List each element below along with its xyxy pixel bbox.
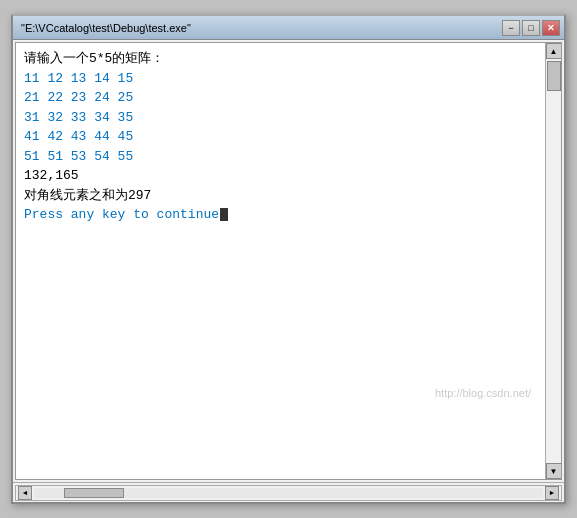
close-button[interactable]: ✕: [542, 20, 560, 36]
result-2: 对角线元素之和为297: [24, 186, 535, 206]
bottom-bar: ◄ ►: [13, 482, 564, 502]
scroll-up-arrow[interactable]: ▲: [546, 43, 562, 59]
matrix-row-1: 11 12 13 14 15: [24, 69, 535, 89]
console-area: 请输入一个5*5的矩阵： 11 12 13 14 15 21 22 23 24 …: [15, 42, 562, 480]
console-window: "E:\VCcatalog\test\Debug\test.exe" − □ ✕…: [11, 14, 566, 504]
prompt-line: 请输入一个5*5的矩阵：: [24, 49, 535, 69]
matrix-row-2: 21 22 23 24 25: [24, 88, 535, 108]
title-bar-text: "E:\VCcatalog\test\Debug\test.exe": [17, 22, 191, 34]
scroll-left-arrow[interactable]: ◄: [18, 486, 32, 500]
matrix-row-3: 31 32 33 34 35: [24, 108, 535, 128]
scrollbar-bottom[interactable]: ◄ ►: [15, 485, 562, 501]
scroll-thumb-horizontal[interactable]: [64, 488, 124, 498]
scrollbar-right[interactable]: ▲ ▼: [545, 43, 561, 479]
maximize-button[interactable]: □: [522, 20, 540, 36]
matrix-row-4: 41 42 43 44 45: [24, 127, 535, 147]
title-bar-buttons: − □ ✕: [502, 20, 560, 36]
matrix-row-5: 51 51 53 54 55: [24, 147, 535, 167]
press-line: Press any key to continue: [24, 205, 535, 225]
title-bar: "E:\VCcatalog\test\Debug\test.exe" − □ ✕: [13, 16, 564, 40]
minimize-button[interactable]: −: [502, 20, 520, 36]
result-1: 132,165: [24, 166, 535, 186]
cursor: [220, 208, 228, 221]
scroll-down-arrow[interactable]: ▼: [546, 463, 562, 479]
console-content: 请输入一个5*5的矩阵： 11 12 13 14 15 21 22 23 24 …: [24, 49, 553, 225]
watermark: http://blog.csdn.net/: [435, 387, 531, 399]
scroll-thumb-right[interactable]: [547, 61, 561, 91]
scroll-right-arrow[interactable]: ►: [545, 486, 559, 500]
scroll-track-horizontal: [34, 488, 543, 498]
